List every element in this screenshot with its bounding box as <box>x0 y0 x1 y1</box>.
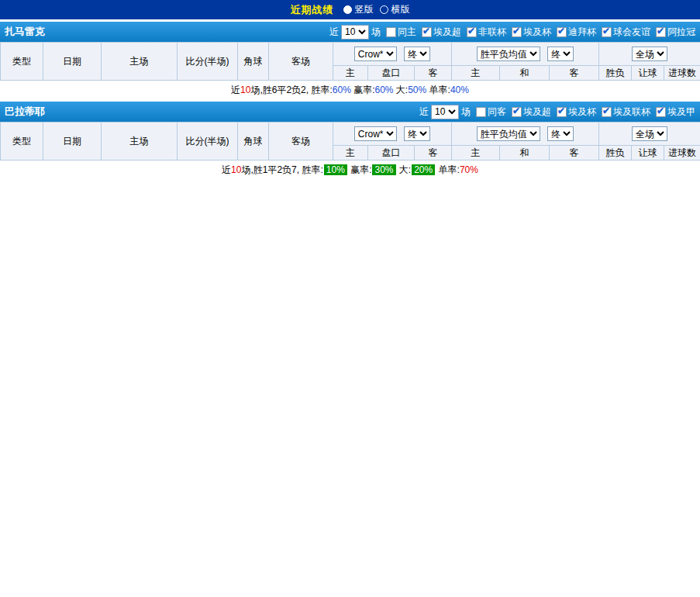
same-venue-checkbox[interactable] <box>386 27 396 37</box>
scope-select[interactable]: 全场 <box>632 47 667 61</box>
col-handicap-result: 让球 <box>632 66 664 81</box>
col-goals: 进球数 <box>664 66 700 81</box>
filters-bar: 近 10 场 同客 埃及超埃及杯埃及联杯埃及甲 <box>419 105 695 119</box>
col-corners: 角球 <box>238 123 269 160</box>
league-filter-checkbox[interactable] <box>467 27 477 37</box>
league-filter[interactable]: 迪拜杯 <box>551 26 596 39</box>
summary-value: 70% <box>460 164 478 175</box>
avg-final-select[interactable]: 终 <box>547 47 574 61</box>
odds-company-select[interactable]: Crow* <box>354 47 397 61</box>
summary-line: 近10场,胜6平2负2, 胜率:60% 赢率:60% 大:50% 单率:40% <box>0 81 700 99</box>
col-away: 客场 <box>269 123 333 160</box>
same-venue-checkbox[interactable] <box>476 107 486 117</box>
same-venue-label: 同客 <box>488 105 506 119</box>
league-filter-label: 埃及联杯 <box>613 105 650 119</box>
near-label: 近 <box>419 105 429 119</box>
summary-text: 大: <box>397 164 412 177</box>
handicap-controls: Crow* 终 <box>333 123 452 146</box>
near-label: 近 <box>329 26 339 39</box>
col-avg-draw: 和 <box>500 66 550 81</box>
games-count-select[interactable]: 10 <box>431 105 459 119</box>
avg-final-select[interactable]: 终 <box>547 126 574 141</box>
same-venue-filter[interactable]: 同客 <box>471 105 506 119</box>
summary-text: 近 <box>231 84 240 97</box>
col-type: 类型 <box>1 123 43 160</box>
games-count-select[interactable]: 10 <box>341 25 369 40</box>
league-filter[interactable]: 阿拉冠 <box>650 26 695 39</box>
league-filter-checkbox[interactable] <box>422 27 432 37</box>
odds-final-select[interactable]: 终 <box>404 126 430 141</box>
col-handicap-result: 让球 <box>632 146 664 160</box>
col-away: 客场 <box>269 43 333 81</box>
layout-horizontal-label: 横版 <box>391 3 410 16</box>
league-filter[interactable]: 埃及联杯 <box>596 105 650 119</box>
summary-value: 10 <box>240 85 250 95</box>
layout-horizontal-radio[interactable] <box>380 5 388 14</box>
league-filter-checkbox[interactable] <box>602 27 612 37</box>
col-corners: 角球 <box>238 43 269 81</box>
league-filter-label: 阿拉冠 <box>667 26 695 39</box>
summary-text: 赢率: <box>348 164 372 177</box>
summary-line: 近10场,胜1平2负7, 胜率:10% 赢率:30% 大:20% 单率:70% <box>0 160 700 179</box>
summary-text: 单率: <box>436 164 460 177</box>
matches-table: 类型 日期 主场 比分(半场) 角球 客场 Crow* 终 胜平负均值 终 全场 <box>0 42 700 81</box>
col-avg-away: 客 <box>550 66 599 81</box>
league-filter-label: 球会友谊 <box>613 26 650 39</box>
league-filter-checkbox[interactable] <box>512 107 522 117</box>
league-filter[interactable]: 非联杯 <box>461 26 506 39</box>
summary-value: 50% <box>408 85 426 95</box>
summary-text: 赢率: <box>351 84 375 97</box>
odds-final-select[interactable]: 终 <box>404 47 430 61</box>
layout-horizontal-option[interactable]: 横版 <box>374 3 410 16</box>
col-avg-draw: 和 <box>500 146 550 160</box>
col-score: 比分(半场) <box>178 43 238 81</box>
league-filter-checkbox[interactable] <box>557 107 567 117</box>
league-filter-label: 迪拜杯 <box>568 26 596 39</box>
league-filter[interactable]: 埃及超 <box>506 105 551 119</box>
col-score: 比分(半场) <box>178 123 238 160</box>
same-venue-filter[interactable]: 同主 <box>381 26 416 39</box>
avg-odds-select[interactable]: 胜平负均值 <box>477 47 540 61</box>
col-handicap: 盘口 <box>368 66 415 81</box>
top-nav-bar: 近期战绩 竖版 横版 <box>0 0 700 19</box>
league-filter[interactable]: 埃及超 <box>416 26 461 39</box>
games-suffix-label: 场 <box>371 26 381 39</box>
league-filter-checkbox[interactable] <box>512 27 522 37</box>
league-filters: 埃及超非联杯埃及杯迪拜杯球会友谊阿拉冠 <box>416 26 695 39</box>
layout-vertical-option[interactable]: 竖版 <box>337 3 374 16</box>
games-suffix-label: 场 <box>461 105 471 119</box>
league-filter-label: 埃及杯 <box>568 105 596 119</box>
summary-text: 场,胜1平2负7, 胜率: <box>241 164 322 177</box>
league-filter-label: 埃及超 <box>523 105 551 119</box>
team-name: 扎马雷克 <box>5 25 45 39</box>
avg-odds-select[interactable]: 胜平负均值 <box>477 126 540 141</box>
scope-select[interactable]: 全场 <box>632 126 667 141</box>
summary-text: 场,胜6平2负2, 胜率: <box>250 84 332 97</box>
col-type: 类型 <box>1 43 43 81</box>
league-filter-checkbox[interactable] <box>557 27 567 37</box>
league-filter-checkbox[interactable] <box>656 27 666 37</box>
league-filter-checkbox[interactable] <box>602 107 612 117</box>
league-filter[interactable]: 埃及甲 <box>650 105 695 119</box>
league-filter[interactable]: 埃及杯 <box>551 105 596 119</box>
league-filter-checkbox[interactable] <box>656 107 666 117</box>
scope-controls: 全场 <box>599 43 700 66</box>
summary-text: 单率: <box>426 84 450 97</box>
odds-company-select[interactable]: Crow* <box>354 126 397 141</box>
league-filter-label: 埃及杯 <box>523 26 551 39</box>
summary-text: 近 <box>222 164 231 177</box>
col-odds-away: 客 <box>415 66 452 81</box>
league-filter-label: 埃及超 <box>433 26 461 39</box>
league-filters: 埃及超埃及杯埃及联杯埃及甲 <box>506 105 695 119</box>
team-header-bar: 扎马雷克 近 10 场 同主 埃及超非联杯埃及杯迪拜杯球会友谊阿拉冠 <box>0 22 700 42</box>
col-odds-home: 主 <box>333 146 368 160</box>
league-filter[interactable]: 球会友谊 <box>596 26 650 39</box>
summary-value: 10% <box>324 164 347 175</box>
layout-vertical-radio[interactable] <box>343 5 352 14</box>
scope-controls: 全场 <box>599 123 700 146</box>
handicap-controls: Crow* 终 <box>333 43 452 66</box>
avg-odds-controls: 胜平负均值 终 <box>452 43 599 66</box>
col-home: 主场 <box>102 43 178 81</box>
col-date: 日期 <box>43 123 102 160</box>
league-filter[interactable]: 埃及杯 <box>506 26 551 39</box>
